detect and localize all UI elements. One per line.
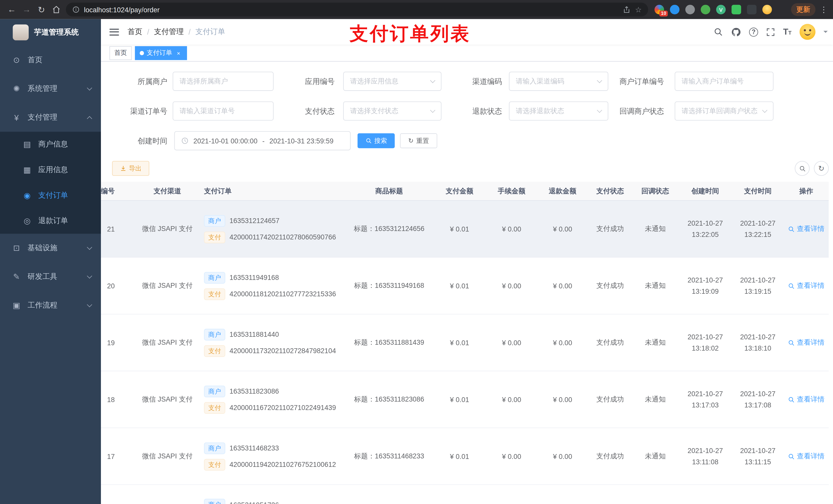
extension-colorful-icon[interactable]: 10 <box>654 5 664 14</box>
chevron-down-icon <box>762 107 767 113</box>
search-icon[interactable] <box>714 27 723 37</box>
toolbar-search-toggle-button[interactable] <box>795 161 810 176</box>
sidebar-item-workflow[interactable]: ▣ 工作流程 <box>0 291 101 320</box>
export-button[interactable]: 导出 <box>112 161 149 176</box>
page-title-annotation: 支付订单列表 <box>350 21 471 46</box>
extension-chat-icon[interactable] <box>732 5 741 14</box>
channel-code-select[interactable]: 请输入渠道编码 <box>509 72 609 91</box>
sidebar-item-home[interactable]: ⊙ 首页 <box>0 46 101 74</box>
sidebar-toggle-icon[interactable] <box>110 28 119 35</box>
chevron-down-icon <box>87 273 92 279</box>
sidebar-item-infrastructure[interactable]: ⊡ 基础设施 <box>0 234 101 263</box>
search-button[interactable]: 搜索 <box>358 134 395 148</box>
pay-tag: 支付 <box>204 231 225 243</box>
col-actions: 操作 <box>784 182 829 200</box>
tab-close-icon[interactable]: × <box>175 49 182 56</box>
breadcrumb-section[interactable]: 支付管理 <box>154 27 184 37</box>
extension-gray-icon[interactable] <box>685 5 695 14</box>
col-create-time: 创建时间 <box>678 182 732 200</box>
browser-chrome: ← → ↻ localhost:1024/pay/order ☆ 10 V 更新… <box>0 0 833 19</box>
screen: ← → ↻ localhost:1024/pay/order ☆ 10 V 更新… <box>0 0 833 504</box>
pay-tag: 支付 <box>204 402 225 414</box>
refund-status-select[interactable]: 请选择退款状态 <box>509 101 609 121</box>
browser-reload-icon[interactable]: ↻ <box>34 2 49 17</box>
toolbar-refresh-button[interactable]: ↻ <box>814 161 829 176</box>
sidebar-item-devtools[interactable]: ✎ 研发工具 <box>0 263 101 291</box>
browser-update-button[interactable]: 更新 <box>791 3 815 16</box>
browser-forward-icon[interactable]: → <box>19 2 34 17</box>
col-fee-amount: 手续金额 <box>486 182 537 200</box>
fullscreen-icon[interactable] <box>766 27 775 37</box>
yen-icon: ¥ <box>12 113 21 122</box>
pay-tag: 支付 <box>204 459 225 471</box>
col-refund-amount: 退款金额 <box>537 182 588 200</box>
content-area: 所属商户 请选择所属商户 应用编号 请选择应用信息 渠道编码 请输入渠道编码 商… <box>101 62 833 504</box>
bookmark-star-icon[interactable]: ☆ <box>635 5 642 14</box>
font-size-icon[interactable]: TT <box>783 27 791 37</box>
merchant-tag: 商户 <box>204 329 225 340</box>
app-no-select[interactable]: 请选择应用信息 <box>343 72 442 91</box>
browser-home-icon[interactable] <box>49 2 64 17</box>
browser-menu-icon[interactable]: ⋮ <box>820 5 828 14</box>
table-row[interactable]: 18 微信 JSAPI 支付 商户1635311823086 支付4200001… <box>101 371 829 428</box>
sidebar-item-payment[interactable]: ¥ 支付管理 <box>0 103 101 131</box>
help-icon[interactable]: ? <box>749 27 758 37</box>
view-detail-link[interactable]: 查看详情 <box>788 281 825 290</box>
date-start-value: 2021-10-01 00:00:00 <box>193 137 257 145</box>
reset-button[interactable]: ↻ 重置 <box>400 134 437 148</box>
owner-merchant-input[interactable]: 请选择所属商户 <box>173 72 273 91</box>
github-icon[interactable] <box>731 27 741 37</box>
table-row[interactable]: 19 微信 JSAPI 支付 商户1635311881440 支付4200001… <box>101 314 829 371</box>
extension-dark-icon[interactable] <box>747 5 756 14</box>
table-header-row: 编号 支付渠道 支付订单 商品标题 支付金额 手续金额 退款金额 支付状态 回调… <box>101 182 829 201</box>
create-time-range-picker[interactable]: 2021-10-01 00:00:00 - 2021-10-31 23:59:5… <box>174 131 351 150</box>
merchant-tag: 商户 <box>204 442 225 454</box>
extension-blue-icon[interactable] <box>670 5 679 14</box>
table-row[interactable]: 21 微信 JSAPI 支付 商户1635312124657 支付4200001… <box>101 201 829 258</box>
sidebar-item-pay-order[interactable]: ◉ 支付订单 <box>0 183 101 208</box>
filter-label-refund-status: 退款状态 <box>433 101 502 121</box>
table-row-partial[interactable]: 商户1635311951726 <box>101 485 829 504</box>
sidebar-item-merchant-info[interactable]: ▤ 商户信息 <box>0 131 101 157</box>
col-pay-amount: 支付金额 <box>433 182 486 200</box>
sidebar-item-refund-order[interactable]: ◎ 退款订单 <box>0 208 101 234</box>
vue-devtools-icon[interactable]: V <box>716 5 726 14</box>
sidebar-menu: ⊙ 首页 ✺ 系统管理 ¥ 支付管理 ▤ 商户信息 <box>0 46 101 320</box>
user-avatar[interactable] <box>800 24 815 40</box>
site-info-icon[interactable] <box>72 6 80 13</box>
view-detail-link[interactable]: 查看详情 <box>788 452 825 461</box>
app-title: 芋道管理系统 <box>34 28 79 37</box>
filter-label-channel-code: 渠道编码 <box>433 72 502 91</box>
merchant-order-no-input[interactable]: 请输入商户订单编号 <box>675 72 774 91</box>
pay-status-select[interactable]: 请选择支付状态 <box>343 101 442 121</box>
extension-green-icon[interactable] <box>701 5 710 14</box>
sidebar-item-system[interactable]: ✺ 系统管理 <box>0 74 101 103</box>
tab-home[interactable]: 首页 <box>110 46 132 60</box>
filter-label-channel-order-no: 渠道订单号 <box>101 101 167 121</box>
filter-label-owner-merchant: 所属商户 <box>101 72 167 91</box>
table-row[interactable]: 20 微信 JSAPI 支付 商户1635311949168 支付4200001… <box>101 258 829 314</box>
card-icon: ▤ <box>22 140 32 149</box>
sidebar-item-app-info[interactable]: ▦ 应用信息 <box>0 157 101 183</box>
pay-tag: 支付 <box>204 288 225 300</box>
url-text: localhost:1024/pay/order <box>84 6 160 14</box>
chevron-up-icon <box>87 116 92 121</box>
channel-order-no-input[interactable]: 请输入渠道订单号 <box>173 101 273 121</box>
callback-status-select[interactable]: 请选择订单回调商户状态 <box>675 101 774 121</box>
view-detail-link[interactable]: 查看详情 <box>788 224 825 234</box>
breadcrumb-home[interactable]: 首页 <box>127 27 142 37</box>
table-row[interactable]: 17 微信 JSAPI 支付 商户1635311468233 支付4200001… <box>101 428 829 485</box>
col-channel: 支付渠道 <box>138 182 196 200</box>
avatar-caret-icon[interactable] <box>824 31 828 35</box>
col-notify-status: 回调状态 <box>632 182 678 200</box>
gear-icon: ✺ <box>12 84 21 94</box>
tab-pay-order[interactable]: 支付订单 × <box>135 46 187 60</box>
view-detail-link[interactable]: 查看详情 <box>788 394 825 404</box>
col-pay-status: 支付状态 <box>588 182 632 200</box>
view-detail-link[interactable]: 查看详情 <box>788 338 825 347</box>
profile-avatar-icon[interactable] <box>762 5 772 14</box>
browser-back-icon[interactable]: ← <box>4 2 19 17</box>
refresh-icon: ↻ <box>408 137 414 144</box>
address-bar[interactable]: localhost:1024/pay/order ☆ <box>66 3 648 16</box>
share-icon[interactable] <box>623 6 631 14</box>
